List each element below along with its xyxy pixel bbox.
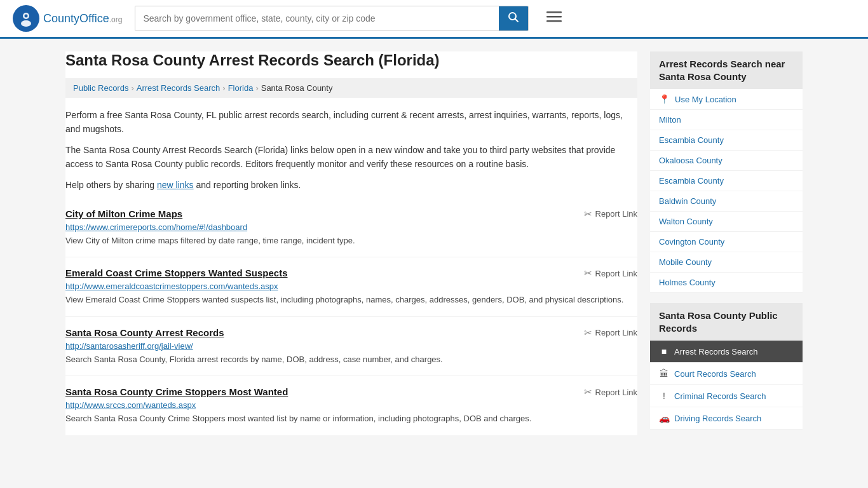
breadcrumb-florida[interactable]: Florida	[228, 83, 254, 93]
report-icon: ✂	[584, 386, 592, 398]
nearby-county-link[interactable]: Mobile County	[650, 252, 803, 272]
listing-item: City of Milton Crime Maps ✂ Report Link …	[65, 198, 637, 258]
public-records-header: Santa Rosa County Public Records	[650, 303, 803, 341]
nearby-county-item: Covington County	[650, 232, 803, 252]
listing-description: View City of Milton crime maps filtered …	[65, 234, 637, 247]
nearby-county-item: Walton County	[650, 212, 803, 232]
location-pin-icon: 📍	[659, 94, 670, 104]
listing-url[interactable]: http://www.srccs.com/wanteds.aspx	[65, 400, 637, 410]
nearby-county-item: Okaloosa County	[650, 151, 803, 171]
nearby-county-link[interactable]: Okaloosa County	[650, 151, 803, 170]
listing-url[interactable]: https://www.crimereports.com/home/#!/das…	[65, 222, 637, 232]
listing-description: View Emerald Coast Crime Stoppers wanted…	[65, 294, 637, 306]
listing-header: Santa Rosa County Crime Stoppers Most Wa…	[65, 386, 637, 398]
menu-button[interactable]	[546, 9, 562, 28]
search-button[interactable]	[499, 6, 528, 30]
svg-point-3	[25, 15, 28, 18]
report-link-button[interactable]: ✂ Report Link	[584, 208, 637, 220]
nearby-county-link[interactable]: Escambia County	[650, 171, 803, 191]
public-records-link[interactable]: 🏛 Court Records Search	[650, 363, 803, 384]
nearby-links-list: 📍 Use My Location	[650, 89, 803, 110]
report-link-button[interactable]: ✂ Report Link	[584, 268, 637, 279]
header: CountyOffice.org	[0, 0, 868, 39]
report-link-label: Report Link	[595, 388, 637, 397]
svg-line-5	[515, 19, 519, 22]
listing-title[interactable]: Emerald Coast Crime Stoppers Wanted Susp…	[65, 268, 288, 278]
logo-text: CountyOffice.org	[43, 12, 122, 25]
page-wrapper: CountyOffice.org Santa Rosa County Arres…	[0, 0, 868, 488]
description-para3: Help others by sharing new links and rep…	[65, 178, 637, 192]
nearby-county-item: Escambia County	[650, 130, 803, 151]
breadcrumb: Public Records › Arrest Records Search ›…	[65, 78, 637, 98]
listing-header: Santa Rosa County Arrest Records ✂ Repor…	[65, 327, 637, 339]
nearby-county-link[interactable]: Covington County	[650, 232, 803, 252]
search-bar	[135, 6, 529, 31]
use-my-location-item: 📍 Use My Location	[650, 89, 803, 110]
main-container: Santa Rosa County Arrest Records Search …	[53, 39, 815, 448]
public-records-link[interactable]: ■ Arrest Records Search	[650, 341, 803, 362]
report-link-button[interactable]: ✂ Report Link	[584, 386, 637, 398]
public-records-item: ■ Arrest Records Search	[650, 341, 803, 363]
listing-url[interactable]: http://www.emeraldcoastcrimestoppers.com…	[65, 281, 637, 291]
nearby-section: Arrest Records Search near Santa Rosa Co…	[650, 51, 803, 293]
listing-title[interactable]: Santa Rosa County Crime Stoppers Most Wa…	[65, 386, 288, 397]
report-link-label: Report Link	[595, 328, 637, 337]
listing-description: Search Santa Rosa County, Florida arrest…	[65, 353, 637, 366]
use-my-location-link[interactable]: 📍 Use My Location	[650, 89, 803, 109]
public-records-label: Driving Records Search	[674, 414, 761, 423]
nearby-county-link[interactable]: Holmes County	[650, 273, 803, 292]
public-records-link[interactable]: 🚗 Driving Records Search	[650, 407, 803, 429]
report-icon: ✂	[584, 327, 592, 339]
listing-description: Search Santa Rosa County Crime Stoppers …	[65, 412, 637, 425]
breadcrumb-arrest-records-search[interactable]: Arrest Records Search	[137, 83, 220, 93]
nearby-county-item: Escambia County	[650, 171, 803, 191]
nearby-counties-list: MiltonEscambia CountyOkaloosa CountyEsca…	[650, 110, 803, 293]
svg-rect-6	[546, 11, 562, 13]
new-links-link[interactable]: new links	[157, 180, 194, 190]
listing-header: Emerald Coast Crime Stoppers Wanted Susp…	[65, 268, 637, 279]
description-para2: The Santa Rosa County Arrest Records Sea…	[65, 143, 637, 172]
search-icon	[508, 11, 519, 23]
nearby-county-link[interactable]: Escambia County	[650, 130, 803, 150]
logo-icon	[13, 5, 39, 32]
sidebar: Arrest Records Search near Santa Rosa Co…	[650, 51, 803, 435]
report-icon: ✂	[584, 268, 592, 279]
nearby-county-item: Milton	[650, 110, 803, 130]
svg-point-2	[21, 20, 31, 27]
report-link-button[interactable]: ✂ Report Link	[584, 327, 637, 339]
listing-item: Santa Rosa County Crime Stoppers Most Wa…	[65, 376, 637, 435]
listing-item: Emerald Coast Crime Stoppers Wanted Susp…	[65, 257, 637, 317]
public-records-item: 🏛 Court Records Search	[650, 363, 803, 385]
nearby-county-link[interactable]: Milton	[650, 110, 803, 130]
logo-link[interactable]: CountyOffice.org	[13, 5, 122, 32]
listing-url[interactable]: http://santarosasheriff.org/jail-view/	[65, 341, 637, 351]
nearby-county-item: Mobile County	[650, 252, 803, 273]
listing-header: City of Milton Crime Maps ✂ Report Link	[65, 208, 637, 220]
public-records-item: 🚗 Driving Records Search	[650, 407, 803, 430]
nearby-county-link[interactable]: Walton County	[650, 212, 803, 231]
listing-title[interactable]: City of Milton Crime Maps	[65, 208, 182, 219]
svg-rect-7	[546, 16, 562, 18]
record-type-icon: 🏛	[659, 369, 669, 379]
content-area: Santa Rosa County Arrest Records Search …	[65, 51, 637, 435]
public-records-section: Santa Rosa County Public Records ■ Arres…	[650, 303, 803, 430]
listing-title[interactable]: Santa Rosa County Arrest Records	[65, 327, 224, 338]
nearby-county-link[interactable]: Baldwin County	[650, 191, 803, 211]
listing-item: Santa Rosa County Arrest Records ✂ Repor…	[65, 317, 637, 377]
report-link-label: Report Link	[595, 209, 637, 219]
listings-container: City of Milton Crime Maps ✂ Report Link …	[65, 198, 637, 435]
description-para1: Perform a free Santa Rosa County, FL pub…	[65, 108, 637, 137]
search-input[interactable]	[135, 6, 499, 30]
nearby-header: Arrest Records Search near Santa Rosa Co…	[650, 51, 803, 89]
hamburger-icon	[546, 9, 562, 24]
public-records-item: ! Criminal Records Search	[650, 385, 803, 407]
breadcrumb-public-records[interactable]: Public Records	[73, 83, 128, 93]
record-type-icon: ■	[659, 346, 669, 356]
report-icon: ✂	[584, 208, 592, 220]
report-link-label: Report Link	[595, 269, 637, 278]
public-records-link[interactable]: ! Criminal Records Search	[650, 385, 803, 407]
page-title: Santa Rosa County Arrest Records Search …	[65, 51, 637, 69]
breadcrumb-current: Santa Rosa County	[261, 83, 333, 93]
public-records-list: ■ Arrest Records Search 🏛 Court Records …	[650, 341, 803, 430]
nearby-county-item: Baldwin County	[650, 191, 803, 212]
